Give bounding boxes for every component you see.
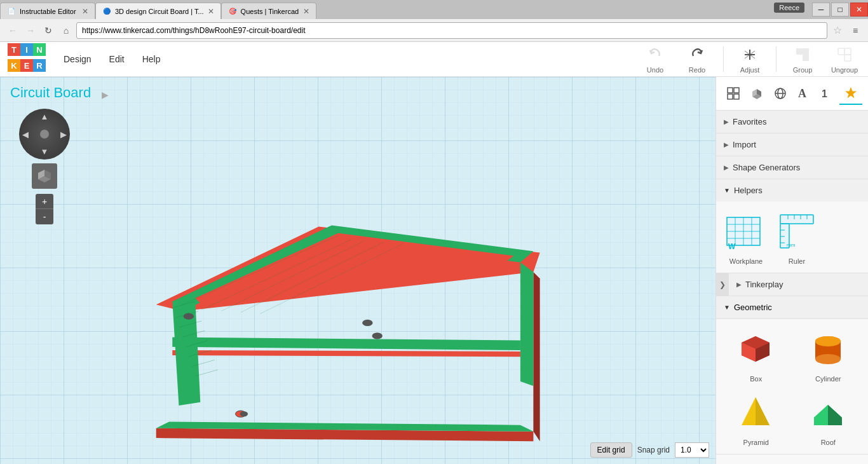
back-button[interactable]: ← <box>5 23 20 38</box>
svg-marker-91 <box>814 405 828 425</box>
shape-cylinder-item[interactable]: Cylinder <box>796 327 861 383</box>
box-label: Box <box>750 375 762 383</box>
close-button[interactable]: ✕ <box>850 3 868 17</box>
logo-i: I <box>20 43 33 56</box>
favorites-header[interactable]: ▶ Favorites <box>716 111 868 133</box>
group-icon <box>792 44 813 65</box>
home-button[interactable]: ⌂ <box>58 23 74 38</box>
adjust-label: Adjust <box>740 66 760 74</box>
toolbar-separator-1 <box>723 46 724 72</box>
panel-icon-star[interactable] <box>839 82 862 105</box>
tab-quests[interactable]: 🎯 Quests | Tinkercad ✕ <box>221 3 316 19</box>
zoom-out-button[interactable]: - <box>36 209 53 224</box>
ungroup-icon <box>834 44 855 65</box>
nav-arrow-right[interactable]: ▶ <box>60 130 67 139</box>
logo-r: R <box>33 59 46 72</box>
top-toolbar: T I N K E R Design Edit Help Undo <box>0 42 868 77</box>
svg-rect-8 <box>844 55 851 61</box>
undo-action[interactable]: Undo <box>639 44 671 74</box>
svg-rect-48 <box>734 88 739 93</box>
shape-generators-section: ▶ Shape Generators <box>716 156 868 179</box>
shape-cylinder-icon <box>806 327 850 371</box>
ruler-item[interactable]: mm Ruler <box>775 209 819 265</box>
tab-tinkercad[interactable]: 🔵 3D design Circuit Board | T... ✕ <box>95 3 221 19</box>
snap-grid-select[interactable]: 1.0 0.5 0.25 2.0 <box>675 442 709 458</box>
svg-point-84 <box>815 354 841 364</box>
nav-cube[interactable] <box>32 163 57 189</box>
tab-instructable[interactable]: 📄 Instructable Editor ✕ <box>0 3 95 19</box>
tinkerplay-arrow: ▶ <box>736 281 742 288</box>
shape-box-icon <box>734 327 778 371</box>
redo-label: Redo <box>689 66 705 74</box>
canvas-area[interactable]: Circuit Board ▶ ▲ ▼ ◀ ▶ <box>0 77 715 464</box>
adjust-action[interactable]: Adjust <box>734 44 766 74</box>
tab-favicon-quests: 🎯 <box>228 7 237 16</box>
logo-e: E <box>20 59 33 72</box>
panel-icon-number[interactable]: 1 <box>816 82 839 105</box>
svg-rect-6 <box>803 48 809 55</box>
shape-generators-label: Shape Generators <box>733 163 800 172</box>
minimize-button[interactable]: ─ <box>812 3 830 17</box>
undo-icon <box>645 44 665 65</box>
settings-button[interactable]: ≡ <box>848 23 863 38</box>
svg-text:W: W <box>728 242 736 251</box>
tinkerplay-header[interactable]: ▶ Tinkerplay <box>729 273 868 296</box>
tinkerplay-row: ❯ ▶ Tinkerplay <box>716 273 868 296</box>
svg-rect-47 <box>728 88 733 93</box>
tab-close-quests[interactable]: ✕ <box>303 7 309 16</box>
edit-grid-button[interactable]: Edit grid <box>590 442 632 458</box>
svg-rect-9 <box>844 48 851 55</box>
panel-icon-row: A 1 <box>716 77 868 111</box>
nav-center[interactable] <box>40 130 49 139</box>
zoom-in-button[interactable]: + <box>36 194 53 209</box>
bookmark-star[interactable]: ☆ <box>830 23 845 38</box>
tab-title-tinkercad: 3D design Circuit Board | T... <box>115 8 204 15</box>
logo-n: N <box>33 43 46 56</box>
menu-design[interactable]: Design <box>56 50 99 68</box>
ungroup-action[interactable]: Ungroup <box>829 44 860 74</box>
tab-close-instructable[interactable]: ✕ <box>82 7 88 16</box>
shape-generators-header[interactable]: ▶ Shape Generators <box>716 156 868 179</box>
tinkerplay-collapse-btn[interactable]: ❯ <box>716 273 729 296</box>
shape-roof-item[interactable]: Roof <box>796 390 861 446</box>
refresh-button[interactable]: ↻ <box>41 23 56 38</box>
panel-icon-grid[interactable] <box>722 82 745 105</box>
bottom-bar: Edit grid Snap grid 1.0 0.5 0.25 2.0 <box>590 442 709 458</box>
redo-action[interactable]: Redo <box>681 44 713 74</box>
helpers-label: Helpers <box>734 186 763 195</box>
toolbar-actions: Undo Redo <box>639 44 860 74</box>
canvas-title: Circuit Board <box>10 85 91 101</box>
maximize-button[interactable]: □ <box>831 3 849 17</box>
menu-help[interactable]: Help <box>135 50 168 68</box>
shape-box-item[interactable]: Box <box>724 327 789 383</box>
nav-arrow-down[interactable]: ▼ <box>41 147 49 156</box>
import-header[interactable]: ▶ Import <box>716 133 868 156</box>
panel-icon-text[interactable]: A <box>792 82 815 105</box>
address-bar[interactable] <box>76 22 827 39</box>
tinkercad-logo[interactable]: T I N K E R <box>8 43 46 75</box>
favorites-arrow: ▶ <box>724 118 729 125</box>
shape-pyramid-item[interactable]: Pyramid <box>724 390 789 446</box>
forward-button[interactable]: → <box>23 23 38 38</box>
nav-circle[interactable]: ▲ ▼ ◀ ▶ <box>19 109 70 160</box>
menu-edit[interactable]: Edit <box>102 50 132 68</box>
user-badge: Reece <box>774 3 804 13</box>
tab-close-tinkercad[interactable]: ✕ <box>208 7 214 16</box>
workplane-item[interactable]: W Workplane <box>724 209 768 265</box>
svg-marker-13 <box>533 272 539 441</box>
nav-arrow-up[interactable]: ▲ <box>41 112 49 121</box>
helpers-header[interactable]: ▼ Helpers <box>716 179 868 201</box>
panel-icon-3d[interactable] <box>745 82 768 105</box>
import-arrow: ▶ <box>724 141 729 148</box>
3d-scene <box>0 77 715 464</box>
tab-favicon-tinkercad: 🔵 <box>102 7 111 16</box>
panel-icon-globe[interactable] <box>769 82 792 105</box>
nav-arrow-left[interactable]: ◀ <box>22 130 29 139</box>
svg-rect-68 <box>780 215 813 224</box>
menu-items: Design Edit Help <box>56 50 168 68</box>
group-action[interactable]: Group <box>787 44 818 74</box>
geometric-header[interactable]: ▼ Geometric <box>716 296 868 319</box>
shapes-grid: Box Cyl <box>724 327 860 446</box>
canvas-expand-arrow[interactable]: ▶ <box>102 90 109 100</box>
svg-point-85 <box>815 336 841 346</box>
